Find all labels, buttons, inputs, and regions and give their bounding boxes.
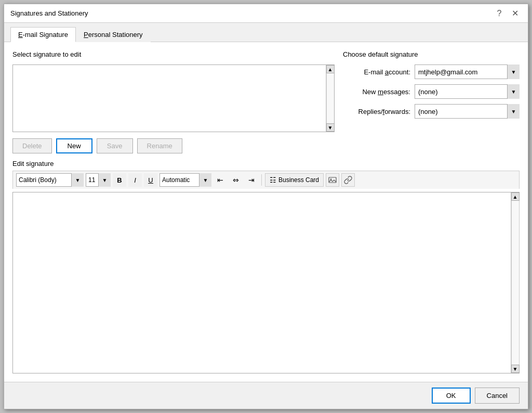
right-panel: Choose default signature E-mail account:…	[343, 50, 520, 153]
new-messages-label: New messages:	[343, 88, 410, 96]
dialog-title: Signatures and Stationery	[10, 9, 88, 17]
insert-link-button[interactable]	[341, 173, 355, 187]
edit-sig-section: Edit signature Calibri (Body) ▼ 11 ▼	[12, 160, 520, 373]
scroll-up-arrow[interactable]: ▲	[326, 65, 335, 73]
select-sig-label: Select signature to edit	[12, 50, 335, 58]
new-messages-select-wrapper: (none) ▼	[415, 84, 520, 99]
delete-button[interactable]: Delete	[12, 138, 52, 153]
link-icon	[344, 176, 352, 184]
image-icon	[328, 176, 337, 184]
replies-select-wrapper: (none) ▼	[415, 104, 520, 119]
email-account-select[interactable]: mtjhelp@gmail.com	[415, 64, 520, 79]
bold-button[interactable]: B	[113, 173, 126, 187]
help-button[interactable]: ?	[493, 7, 506, 20]
size-select-wrapper: 11 ▼	[86, 173, 111, 187]
scroll-track	[326, 73, 335, 123]
tab-personal-stationery[interactable]: Personal Stationery	[76, 27, 150, 42]
edit-area[interactable]	[13, 192, 511, 373]
align-right-button[interactable]: ⇥	[245, 173, 258, 187]
replies-row: Replies/forwards: (none) ▼	[343, 104, 520, 119]
business-card-button[interactable]: ☷ Business Card	[265, 173, 324, 187]
cancel-button[interactable]: Cancel	[475, 388, 520, 404]
tab-personal-stationery-label: Personal Stationery	[84, 31, 142, 38]
dialog-body: Select signature to edit ▲ ▼ Delete New …	[4, 42, 528, 382]
signature-buttons: Delete New Save Rename	[12, 138, 335, 153]
save-button[interactable]: Save	[97, 138, 133, 153]
font-select-wrapper: Calibri (Body) ▼	[16, 173, 84, 187]
signature-list[interactable]: ▲ ▼	[12, 64, 335, 132]
new-messages-row: New messages: (none) ▼	[343, 84, 520, 99]
color-select-wrapper: Automatic ▼	[159, 173, 211, 187]
business-card-label: Business Card	[278, 176, 319, 184]
replies-select[interactable]: (none)	[415, 104, 520, 119]
edit-scroll-track	[511, 201, 520, 365]
close-button[interactable]: ✕	[508, 7, 522, 20]
edit-area-wrapper: ▲ ▼	[12, 192, 520, 373]
italic-button[interactable]: I	[128, 173, 142, 187]
edit-scroll-up[interactable]: ▲	[511, 192, 520, 201]
new-messages-select[interactable]: (none)	[415, 84, 520, 99]
sig-list-scrollbar: ▲ ▼	[326, 65, 334, 132]
align-left-button[interactable]: ⇤	[214, 173, 227, 187]
dialog-footer: OK Cancel	[4, 382, 528, 409]
default-sig-label: Choose default signature	[343, 50, 520, 58]
size-select[interactable]: 11	[86, 173, 111, 187]
edit-toolbar: Calibri (Body) ▼ 11 ▼ B I U	[12, 171, 520, 189]
top-section: Select signature to edit ▲ ▼ Delete New …	[12, 50, 520, 153]
email-account-row: E-mail account: mtjhelp@gmail.com ▼	[343, 64, 520, 79]
font-select[interactable]: Calibri (Body)	[16, 173, 84, 187]
new-button[interactable]: New	[56, 138, 92, 153]
edit-sig-label: Edit signature	[12, 160, 520, 167]
edit-area-scrollbar: ▲ ▼	[511, 192, 519, 373]
toolbar-divider-1	[261, 174, 262, 186]
business-card-icon: ☷	[270, 176, 276, 184]
ok-button[interactable]: OK	[432, 388, 471, 404]
color-select[interactable]: Automatic	[159, 173, 211, 187]
tabs-bar: E-mail Signature Personal Stationery	[4, 23, 528, 42]
default-sig-section: E-mail account: mtjhelp@gmail.com ▼ New …	[343, 64, 520, 119]
title-controls: ? ✕	[493, 7, 522, 20]
rename-button[interactable]: Rename	[137, 138, 182, 153]
email-account-select-wrapper: mtjhelp@gmail.com ▼	[415, 64, 520, 79]
underline-button[interactable]: U	[144, 173, 157, 187]
dialog-window: Signatures and Stationery ? ✕ E-mail Sig…	[4, 4, 528, 409]
tab-email-sig-label: E-mail Signature	[18, 31, 68, 38]
insert-image-button[interactable]	[326, 173, 339, 187]
scroll-down-arrow[interactable]: ▼	[326, 123, 335, 132]
left-panel: Select signature to edit ▲ ▼ Delete New …	[12, 50, 335, 153]
replies-label: Replies/forwards:	[343, 108, 410, 115]
align-center-button[interactable]: ⇔	[229, 173, 243, 187]
tab-email-signature[interactable]: E-mail Signature	[10, 27, 76, 42]
email-account-label: E-mail account:	[343, 68, 410, 76]
edit-scroll-down[interactable]: ▼	[511, 365, 520, 373]
title-bar: Signatures and Stationery ? ✕	[4, 4, 528, 23]
